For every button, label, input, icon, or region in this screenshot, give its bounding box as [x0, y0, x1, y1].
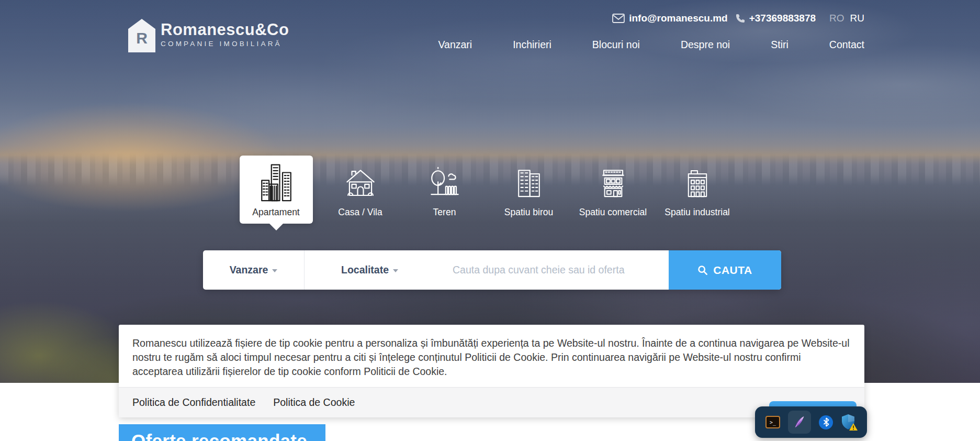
brand-logo[interactable]: R Romanescu&Co COMPANIE IMOBILIARĂ	[128, 16, 289, 52]
tab-label: Spatiu birou	[504, 207, 553, 218]
email-link[interactable]: info@romanescu.md	[612, 13, 728, 24]
lang-ru[interactable]: RU	[850, 13, 864, 24]
tab-label: Spatiu industrial	[664, 207, 730, 218]
bluetooth-icon[interactable]	[819, 415, 833, 429]
nav-item-inchirieri[interactable]: Inchirieri	[513, 39, 551, 51]
tab-casa-vila[interactable]: Casa / Vila	[318, 156, 402, 224]
tab-teren[interactable]: Teren	[402, 156, 487, 224]
logo-house-icon: R	[128, 19, 155, 52]
chevron-down-icon	[272, 269, 277, 272]
feather-icon	[792, 414, 807, 430]
nav-item-blocuri-noi[interactable]: Blocuri noi	[592, 39, 640, 51]
cookie-consent-banner: Romanescu utilizează fișiere de tip cook…	[119, 325, 864, 417]
tab-label: Casa / Vila	[338, 207, 382, 218]
phone-icon	[735, 14, 745, 24]
keyword-search-input[interactable]	[435, 250, 669, 290]
search-icon	[697, 265, 708, 275]
feather-app-tile[interactable]	[788, 411, 811, 434]
locality-dropdown[interactable]: Localitate	[305, 250, 435, 290]
industrial-building-icon	[681, 164, 714, 202]
property-type-tabs: Apartament Casa / Vila	[234, 156, 739, 224]
office-building-icon	[513, 164, 545, 202]
brand-tagline: COMPANIE IMOBILIARĂ	[161, 40, 289, 48]
phone-link[interactable]: +37369883878	[735, 13, 816, 24]
tab-label: Spatiu comercial	[579, 207, 647, 218]
tab-label: Apartament	[252, 207, 299, 218]
terminal-icon[interactable]: >_	[765, 416, 780, 428]
section-title: Oferte recomandate	[119, 424, 325, 441]
house-icon	[343, 164, 378, 202]
contact-bar: info@romanescu.md +37369883878 RO RU	[612, 13, 864, 24]
nav-item-despre-noi[interactable]: Despre noi	[681, 39, 730, 51]
envelope-icon	[612, 14, 625, 23]
tab-spatiu-comercial[interactable]: Spatiu comercial	[571, 156, 655, 224]
land-icon	[427, 164, 462, 202]
chevron-down-icon	[393, 269, 398, 272]
system-tray-dock: >_	[755, 406, 867, 438]
property-search-bar: Vanzare Localitate CAUTA	[203, 250, 781, 290]
storefront-icon	[597, 164, 629, 202]
search-button[interactable]: CAUTA	[669, 250, 781, 290]
nav-item-vanzari[interactable]: Vanzari	[438, 39, 472, 51]
deal-type-dropdown[interactable]: Vanzare	[203, 250, 305, 290]
nav-item-stiri[interactable]: Stiri	[771, 39, 788, 51]
privacy-policy-link[interactable]: Politica de Confidentialitate	[132, 396, 255, 409]
tab-apartament[interactable]: Apartament	[240, 156, 313, 224]
tab-label: Teren	[433, 207, 456, 218]
lang-ro[interactable]: RO	[829, 13, 844, 24]
shield-warning-icon[interactable]	[841, 414, 857, 431]
recommended-offers-header: Oferte recomandate	[119, 424, 325, 441]
cookie-text: Romanescu utilizează fișiere de tip cook…	[119, 325, 864, 387]
apartment-icon	[259, 164, 294, 202]
tab-spatiu-industrial[interactable]: Spatiu industrial	[655, 156, 739, 224]
tab-spatiu-birou[interactable]: Spatiu birou	[487, 156, 571, 224]
language-switcher: RO RU	[829, 13, 864, 24]
brand-name: Romanescu&Co	[161, 21, 289, 39]
cookie-links: Politica de Confidentialitate Politica d…	[119, 387, 864, 417]
main-navigation: Vanzari Inchirieri Blocuri noi Despre no…	[438, 39, 864, 51]
nav-item-contact[interactable]: Contact	[829, 39, 864, 51]
cookie-policy-link[interactable]: Politica de Cookie	[273, 396, 355, 409]
